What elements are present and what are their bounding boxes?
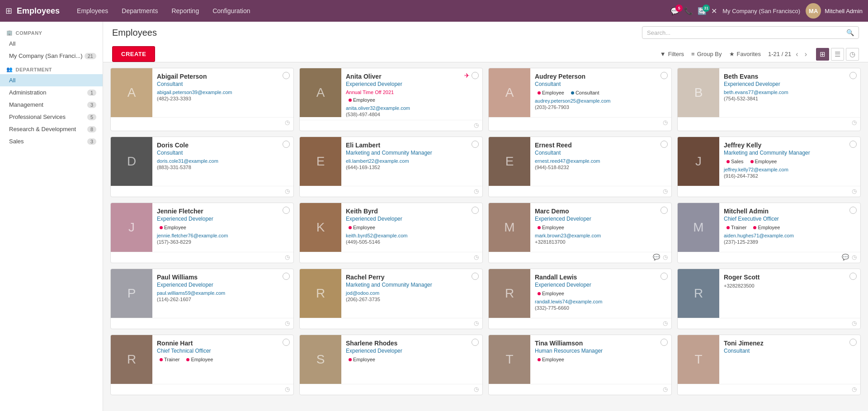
favorites-button[interactable]: ★ Favorites: [729, 51, 761, 57]
emp-checkbox[interactable]: [472, 207, 479, 214]
activity-clock-icon[interactable]: ◷: [285, 119, 290, 126]
activity-icon-btn[interactable]: 🔄 31: [698, 7, 707, 15]
employee-card[interactable]: A Audrey Peterson Consultant EmployeeCon…: [488, 68, 672, 131]
employee-card[interactable]: P Paul Williams Experienced Developer pa…: [110, 269, 294, 329]
chat-icon[interactable]: 💬: [842, 254, 849, 260]
emp-tags: Employee: [346, 97, 478, 103]
nav-employees[interactable]: Employees: [71, 4, 114, 18]
close-icon-btn[interactable]: ✕: [711, 7, 717, 15]
employee-card[interactable]: A Abigail Peterson Consultant abigail.pe…: [110, 68, 294, 131]
employee-card[interactable]: M Mitchell Admin Chief Executive Officer…: [677, 203, 861, 263]
emp-checkbox[interactable]: [660, 72, 668, 79]
sidebar-item-my-company[interactable]: My Company (San Franci...) 21: [0, 50, 103, 62]
emp-checkbox[interactable]: [283, 207, 290, 214]
sidebar-item-all-company[interactable]: All: [0, 38, 103, 50]
emp-checkbox[interactable]: [849, 141, 857, 148]
emp-checkbox[interactable]: [849, 273, 857, 280]
emp-checkbox[interactable]: [849, 339, 857, 346]
activity-clock-icon[interactable]: ◷: [852, 320, 857, 326]
emp-checkbox[interactable]: [660, 339, 668, 346]
prev-page-button[interactable]: ‹: [794, 49, 800, 59]
sidebar-department-header: 👥 DEPARTMENT: [0, 62, 103, 74]
nav-departments[interactable]: Departments: [115, 4, 164, 18]
activity-clock-icon[interactable]: ◷: [663, 188, 668, 194]
activity-clock-icon[interactable]: ◷: [474, 320, 479, 326]
nav-reporting[interactable]: Reporting: [165, 4, 205, 18]
emp-checkbox[interactable]: [472, 141, 479, 148]
employee-card[interactable]: K Keith Byrd Experienced Developer Emplo…: [299, 203, 483, 263]
sidebar-item-all-dept[interactable]: All: [0, 74, 103, 86]
phone-icon-btn[interactable]: 📞: [684, 7, 693, 15]
activity-clock-icon[interactable]: ◷: [474, 254, 479, 260]
create-button[interactable]: CREATE: [112, 46, 155, 62]
search-input[interactable]: [647, 29, 846, 36]
emp-checkbox[interactable]: [472, 339, 479, 346]
activity-clock-icon[interactable]: ◷: [285, 320, 290, 326]
activity-clock-icon[interactable]: ◷: [474, 122, 479, 128]
activity-clock-icon[interactable]: ◷: [852, 188, 857, 194]
activity-clock-icon[interactable]: ◷: [285, 254, 290, 260]
user-menu[interactable]: MA Mitchell Admin: [806, 3, 863, 19]
next-page-button[interactable]: ›: [803, 49, 809, 59]
activity-clock-icon[interactable]: ◷: [474, 386, 479, 392]
employee-card[interactable]: B Beth Evans Experienced Developer beth.…: [677, 68, 861, 131]
emp-card-body: Tina Williamson Human Resources Manager …: [530, 335, 671, 384]
activity-clock-icon[interactable]: ◷: [852, 254, 857, 260]
emp-checkbox[interactable]: [660, 207, 668, 214]
activity-clock-icon[interactable]: ◷: [285, 386, 290, 392]
emp-checkbox[interactable]: [660, 273, 668, 280]
chat-icon-btn[interactable]: 💬 5: [670, 7, 679, 15]
emp-photo-placeholder: R: [300, 269, 341, 318]
employee-card[interactable]: A Anita Oliver Experienced Developer Ann…: [299, 68, 483, 131]
emp-checkbox[interactable]: [283, 141, 290, 148]
employee-card[interactable]: T Toni Jimenez Consultant ◷: [677, 335, 861, 395]
emp-checkbox[interactable]: [472, 72, 479, 79]
employee-card[interactable]: T Tina Williamson Human Resources Manage…: [488, 335, 672, 395]
activity-clock-icon[interactable]: ◷: [663, 119, 668, 126]
employee-card[interactable]: R Rachel Perry Marketing and Community M…: [299, 269, 483, 329]
emp-checkbox[interactable]: [283, 72, 290, 79]
activity-clock-icon[interactable]: ◷: [663, 386, 668, 392]
activity-clock-icon[interactable]: ◷: [663, 254, 668, 260]
grid-icon[interactable]: ⊞: [5, 6, 12, 16]
sidebar-item-administration[interactable]: Administration 1: [0, 86, 103, 99]
emp-checkbox[interactable]: [472, 273, 479, 280]
activity-view-button[interactable]: ◷: [846, 48, 859, 61]
list-view-button[interactable]: ☰: [831, 48, 844, 61]
activity-clock-icon[interactable]: ◷: [474, 188, 479, 194]
employee-card[interactable]: R Roger Scott +3282823500 ◷: [677, 269, 861, 329]
emp-card-inner: A Abigail Peterson Consultant abigail.pe…: [111, 68, 293, 117]
emp-checkbox[interactable]: [660, 141, 668, 148]
employee-card[interactable]: E Ernest Reed Consultant ernest.reed47@e…: [488, 137, 672, 197]
emp-card-bottom: 💬 ◷: [678, 252, 860, 263]
emp-card-bottom: ◷: [678, 186, 860, 197]
emp-checkbox[interactable]: [283, 273, 290, 280]
employee-card[interactable]: R Randall Lewis Experienced Developer Em…: [488, 269, 672, 329]
employee-card[interactable]: J Jeffrey Kelly Marketing and Community …: [677, 137, 861, 197]
chat-icon[interactable]: 💬: [653, 254, 660, 260]
sidebar-item-sales[interactable]: Sales 3: [0, 135, 103, 147]
filters-button[interactable]: ▼ Filters: [660, 51, 684, 57]
activity-clock-icon[interactable]: ◷: [663, 320, 668, 326]
activity-clock-icon[interactable]: ◷: [285, 188, 290, 194]
groupby-button[interactable]: ≡ Group By: [691, 51, 722, 57]
employee-card[interactable]: S Sharlene Rhodes Experienced Developer …: [299, 335, 483, 395]
employee-card[interactable]: D Doris Cole Consultant doris.cole31@exa…: [110, 137, 294, 197]
employee-card[interactable]: R Ronnie Hart Chief Technical Officer Tr…: [110, 335, 294, 395]
search-bar[interactable]: 🔍: [642, 26, 859, 39]
sidebar-item-research-development[interactable]: Research & Development 8: [0, 123, 103, 135]
emp-email: ernest.reed47@example.com: [535, 158, 667, 164]
employee-card[interactable]: E Eli Lambert Marketing and Community Ma…: [299, 137, 483, 197]
activity-clock-icon[interactable]: ◷: [852, 386, 857, 392]
emp-checkbox[interactable]: [283, 339, 290, 346]
nav-configuration[interactable]: Configuration: [206, 4, 256, 18]
sidebar-item-management[interactable]: Management 3: [0, 99, 103, 111]
emp-checkbox[interactable]: [849, 207, 857, 214]
employee-card[interactable]: M Marc Demo Experienced Developer Employ…: [488, 203, 672, 263]
activity-clock-icon[interactable]: ◷: [852, 119, 857, 126]
main-header: Employees 🔍 CREATE ▼ Filters ≡: [103, 22, 868, 62]
sidebar-item-professional-services[interactable]: Professional Services 5: [0, 111, 103, 123]
kanban-view-button[interactable]: ⊞: [816, 48, 829, 61]
emp-checkbox[interactable]: [849, 72, 857, 79]
employee-card[interactable]: J Jennie Fletcher Experienced Developer …: [110, 203, 294, 263]
